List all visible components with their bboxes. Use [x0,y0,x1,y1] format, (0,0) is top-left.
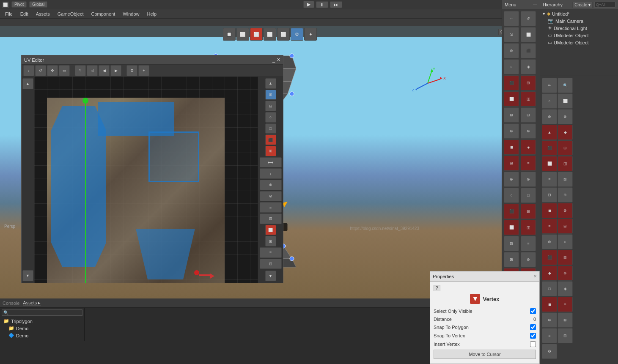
insp-tool-8[interactable]: ⊠ [558,172,573,187]
tool-15[interactable]: ⊠ [504,252,519,267]
uv-r-tool5[interactable]: ⬛ [265,134,276,145]
insp-tool-4[interactable]: ⬜ [558,93,573,109]
uv-r-tool4[interactable]: □ [265,123,276,134]
insp-tool-r16[interactable]: ≡ [558,297,573,312]
uv-scroll-up[interactable]: ▲ [22,78,33,89]
insp-tool-r14[interactable]: ⊗ [558,265,573,281]
insp-tool-r11[interactable]: ⬛ [542,250,557,265]
uv-r-scroll-down[interactable]: ▼ [265,271,276,281]
uv-r-scroll-up[interactable]: ▲ [265,78,276,89]
uv-r-tool15[interactable]: ≡ [260,247,282,258]
hierarchy-item-untitled[interactable]: ▾◆ Untitled* [541,10,617,17]
scene-tool-star[interactable]: ✦ [304,28,317,41]
uv-canvas[interactable] [34,77,258,283]
props-close-btn[interactable]: ✕ [533,274,537,279]
insp-tool-6[interactable]: ⊗ [558,109,573,124]
scene-tool-right[interactable]: ⬜ [250,28,263,41]
insp-tool-r2[interactable]: ◆ [558,125,573,140]
tool-3[interactable]: ○ [504,59,519,74]
props-cb-insert-vertex[interactable] [530,341,536,347]
insp-tool-r10[interactable]: ⊞ [558,219,573,234]
insp-tool-7[interactable]: ≡ [542,172,557,187]
uv-r-tool2[interactable]: ⊟ [265,101,276,111]
insp-tool-r9[interactable]: ≡ [542,219,557,234]
scene-tool-perspective[interactable]: 🔲 [223,28,236,41]
insp-tool-17[interactable]: ≡ [542,328,557,343]
tool-8[interactable]: ⊗ [521,123,536,139]
insp-tool-r6[interactable]: ◫ [558,156,573,171]
asset-item-tripolygon[interactable]: 📁 Tripolygon [2,317,82,325]
props-cb-snap-polygon[interactable] [530,324,536,330]
uv-add-btn[interactable]: + [138,65,149,76]
insp-tool-r13[interactable]: ◆ [542,265,557,281]
uv-r-tool8[interactable]: ↕ [260,168,282,179]
scene-tool-settings[interactable]: ⚙ [291,28,303,41]
hierarchy-create-btn[interactable]: Create ▾ [572,2,593,8]
hierarchy-item-umodeler1[interactable]: ▭ UModeler Object [546,32,617,39]
menu-help[interactable]: Help [143,11,160,17]
insp-tool-2[interactable]: 🔍 [558,78,573,93]
tool-rotate[interactable]: ↺ [521,11,536,26]
props-cb-snap-vertex[interactable] [530,333,536,339]
menu-file[interactable]: File [2,11,16,17]
insp-tool-r8[interactable]: ⊗ [558,203,573,218]
uv-r-tool14[interactable]: ⊞ [265,236,276,246]
pause-button[interactable]: ⏸ [316,1,328,8]
uv-tool-5[interactable]: ↰ [75,65,86,76]
insp-tool-16[interactable]: ⊠ [558,312,573,328]
tool-r3[interactable]: ⬜ [504,91,519,107]
scene-tool-back[interactable]: ⬜ [277,28,290,41]
menu-window[interactable]: Window [119,11,143,17]
hierarchy-search[interactable] [594,2,615,8]
insp-tool-r3[interactable]: ⬛ [542,140,557,156]
insp-tool-12[interactable]: ○ [558,234,573,249]
tool-7[interactable]: ⊕ [504,123,519,139]
uv-r-tool13[interactable]: ⬜ [265,225,276,235]
menu-panel-minimize[interactable]: — [533,2,537,7]
uv-minimize-btn[interactable]: _ [272,57,275,63]
tool-r1[interactable]: ⬛ [504,75,519,90]
menu-edit[interactable]: Edit [17,11,32,17]
props-cb-select-visible[interactable] [530,308,536,314]
tool-r7[interactable]: ⊞ [504,156,519,171]
assets-search-input[interactable] [2,309,82,316]
tool-move[interactable]: ↔ [504,11,519,26]
tool-13[interactable]: ⊟ [504,236,519,251]
step-button[interactable]: ⏭ [330,1,342,8]
insp-tool-gear[interactable]: ⚙ [542,344,557,359]
tool-r11[interactable]: ⬜ [504,220,519,235]
tool-14[interactable]: ≡ [521,236,536,251]
uv-settings-btn[interactable]: ⚙ [126,65,137,76]
uv-scroll-down[interactable]: ▼ [22,270,33,281]
menu-component[interactable]: Component [88,11,118,17]
insp-tool-r1[interactable]: ▲ [542,125,557,140]
uv-r-tool7[interactable]: ⟷ [260,157,282,168]
uv-move-tool[interactable]: ↕ [23,65,34,76]
global-button[interactable]: Global [29,1,47,8]
tool-10[interactable]: ⊗ [521,172,536,187]
hierarchy-item-maincamera[interactable]: 📷 Main Camera [546,17,617,25]
assets-tab[interactable]: Assets ▸ [23,300,41,306]
tool-11[interactable]: ○ [504,188,519,203]
tool-r12[interactable]: ◫ [521,220,536,235]
asset-item-demo1[interactable]: 📁 Demo [2,325,82,332]
tool-r10[interactable]: ⊞ [521,204,536,219]
uv-r-tool11[interactable]: ≡ [260,202,282,213]
insp-tool-r12[interactable]: ⊞ [558,250,573,265]
uv-rotate-tool[interactable]: ↺ [35,65,46,76]
asset-item-demo2[interactable]: 🔷 Demo [2,332,82,339]
uv-tool-7[interactable]: ◀ [99,65,110,76]
tool-16[interactable]: ⊕ [521,252,536,267]
uv-rect-tool[interactable]: ▭ [59,65,70,76]
tool-r8[interactable]: ≡ [521,156,536,171]
insp-tool-r5[interactable]: ⬜ [542,156,557,171]
uv-r-tool12[interactable]: ⊟ [260,213,282,224]
uv-r-tool16[interactable]: ⊟ [260,259,282,269]
uv-tool-6[interactable]: ◁ [87,65,98,76]
tool-6[interactable]: ⊟ [521,107,536,123]
scene-tool-front[interactable]: ⬜ [236,28,249,41]
insp-tool-1[interactable]: ✏ [542,78,557,93]
uv-r-tool10[interactable]: ⊗ [260,191,282,202]
props-help-btn[interactable]: ? [434,285,440,291]
hierarchy-item-umodeler2[interactable]: ▭ UModeler Object [546,39,617,46]
